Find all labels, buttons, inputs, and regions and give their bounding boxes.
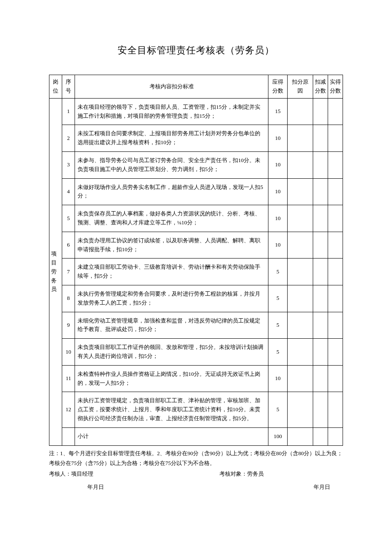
- subtotal-label: 小计: [75, 427, 268, 445]
- cell-deduct: [313, 392, 328, 427]
- date-left: 年月日: [49, 483, 123, 492]
- cell-deduct: [313, 125, 328, 152]
- cell-seq: 8: [62, 285, 75, 312]
- cell-deduct: [313, 232, 328, 259]
- date-right: 年月日: [123, 483, 343, 492]
- cell-score: 5: [268, 312, 288, 339]
- cell-seq: 10: [62, 339, 75, 366]
- cell-content: 未负责项目部职工工作证件的领回、发放和管理，扣5分。未按培训计划抽调有关人员进行…: [75, 339, 268, 366]
- cell-actual: [328, 98, 343, 125]
- cell-content: 未做好现场作业人员劳务实名制工作，超龄作业人员进入现场，发现一人扣5分；: [75, 178, 268, 205]
- table-row: 6 未负责办理用工协议的签订或续签，以及职务调整、人员调配、解聘、离职申请报批手…: [49, 232, 343, 259]
- cell-content: 未负责保存员工的人事档案，做好各类人力资源状况的统计、分析、考核、预测、调整、查…: [75, 205, 268, 232]
- table-row: 3 未参与、指导劳务公司与员工签订劳务合同、安全生产责任书，扣10分。未负责项目…: [49, 151, 343, 178]
- header-content: 考核内容扣分标准: [75, 75, 268, 99]
- cell-reason: [288, 178, 313, 205]
- table-header-row: 岗位 序号 考核内容扣分标准 应得分数 扣分原因 扣减分数 实得分数: [49, 75, 343, 99]
- cell-seq: 3: [62, 151, 75, 178]
- cell-reason: [288, 312, 313, 339]
- cell-seq: 2: [62, 125, 75, 152]
- cell-score: 10: [268, 151, 288, 178]
- cell-content: 未参与、指导劳务公司与员工签订劳务合同、安全生产责任书，扣10分。未负责项目施工…: [75, 151, 268, 178]
- header-reason: 扣分原因: [288, 75, 313, 99]
- cell-score: 10: [268, 232, 288, 259]
- cell-deduct: [313, 151, 328, 178]
- header-seq: 序号: [62, 75, 75, 99]
- cell-reason: [288, 392, 313, 427]
- cell-actual: [328, 392, 343, 427]
- cell-score: 10: [268, 205, 288, 232]
- cell-actual: [328, 285, 343, 312]
- cell-actual: [328, 125, 343, 152]
- cell-deduct: [313, 312, 328, 339]
- header-score: 应得分数: [268, 75, 288, 99]
- cell-seq: 1: [62, 98, 75, 125]
- cell-seq: 7: [62, 259, 75, 285]
- cell-actual: [328, 178, 343, 205]
- cell-deduct: [313, 365, 328, 392]
- cell-deduct: [313, 178, 328, 205]
- cell-seq: 5: [62, 205, 75, 232]
- assessor-label: 考核人：项目经理: [49, 470, 219, 479]
- cell-reason: [288, 339, 313, 366]
- page-title: 安全目标管理责任考核表（劳务员）: [49, 43, 343, 58]
- subtotal-score: 100: [268, 427, 288, 445]
- post-cell: 项目劳务员: [49, 98, 62, 445]
- cell-score: 5: [268, 392, 288, 427]
- cell-content: 未检查特种作业人员操作资格证上岗情况，扣10分。无证或持无效证书上岗的，发现一人…: [75, 365, 268, 392]
- cell-reason: [288, 151, 313, 178]
- cell-seq: 9: [62, 312, 75, 339]
- cell-score: 5: [268, 285, 288, 312]
- table-row: 12 未执行工资管理规定，负责项目部职工工资、津补贴的管理，审核加班、加点工资，…: [49, 392, 343, 427]
- cell-deduct: [313, 339, 328, 366]
- header-actual: 实得分数: [328, 75, 343, 99]
- cell-score: 10: [268, 178, 288, 205]
- cell-content: 未建立项目部职工劳动卡、三级教育培训卡、劳动计酬卡和有关劳动保险手续等，扣5分；: [75, 259, 268, 285]
- cell-reason: [288, 125, 313, 152]
- cell-score: 5: [268, 339, 288, 366]
- cell-deduct: [313, 427, 328, 445]
- cell-score: 5: [268, 259, 288, 285]
- table-row: 7 未建立项目部职工劳动卡、三级教育培训卡、劳动计酬卡和有关劳动保险手续等，扣5…: [49, 259, 343, 285]
- table-row: 11 未检查特种作业人员操作资格证上岗情况，扣10分。无证或持无效证书上岗的，发…: [49, 365, 343, 392]
- cell-content: 未在项目经理的领导下，负责项目部人员、工资管理，扣15分，未制定并实施工作计划和…: [75, 98, 268, 125]
- cell-reason: [288, 365, 313, 392]
- cell-score: 10: [268, 365, 288, 392]
- target-label: 考核对象：劳务员: [219, 470, 343, 479]
- cell-seq: 4: [62, 178, 75, 205]
- cell-score: 10: [268, 125, 288, 152]
- notes-text: 注：1、每个月进行安全目标管理责任考核。2、考核分在90分（含90分）以上为优；…: [49, 448, 343, 468]
- cell-deduct: [313, 98, 328, 125]
- cell-actual: [328, 339, 343, 366]
- table-row: 4 未做好现场作业人员劳务实名制工作，超龄作业人员进入现场，发现一人扣5分； 1…: [49, 178, 343, 205]
- cell-reason: [288, 259, 313, 285]
- cell-score: 15: [268, 98, 288, 125]
- signature-row: 考核人：项目经理 考核对象：劳务员: [49, 470, 343, 479]
- cell-seq: [62, 427, 75, 445]
- cell-content: 未执行劳务管理规定和劳务合同要求，及时进行劳务工程款的核算，并按月发放劳务工人的…: [75, 285, 268, 312]
- table-row: 5 未负责保存员工的人事档案，做好各类人力资源状况的统计、分析、考核、预测、调整…: [49, 205, 343, 232]
- header-post: 岗位: [49, 75, 62, 99]
- cell-reason: [288, 205, 313, 232]
- table-row: 10 未负责项目部职工工作证件的领回、发放和管理，扣5分。未按培训计划抽调有关人…: [49, 339, 343, 366]
- cell-actual: [328, 427, 343, 445]
- cell-seq: 6: [62, 232, 75, 259]
- cell-seq: 12: [62, 392, 75, 427]
- cell-reason: [288, 98, 313, 125]
- cell-content: 未按工程项目合同要求制定、上报项目部劳务用工计划并对劳务分包单位的选用提出建议并…: [75, 125, 268, 152]
- cell-content: 未负责办理用工协议的签订或续签，以及职务调整、人员调配、解聘、离职申请报批手续，…: [75, 232, 268, 259]
- assessment-table: 岗位 序号 考核内容扣分标准 应得分数 扣分原因 扣减分数 实得分数 项目劳务员…: [49, 75, 343, 445]
- cell-actual: [328, 232, 343, 259]
- cell-actual: [328, 312, 343, 339]
- table-row: 8 未执行劳务管理规定和劳务合同要求，及时进行劳务工程款的核算，并按月发放劳务工…: [49, 285, 343, 312]
- cell-deduct: [313, 259, 328, 285]
- cell-reason: [288, 232, 313, 259]
- cell-seq: 11: [62, 365, 75, 392]
- date-row: 年月日 年月日: [49, 483, 343, 492]
- header-deduct: 扣减分数: [313, 75, 328, 99]
- cell-actual: [328, 365, 343, 392]
- cell-reason: [288, 427, 313, 445]
- cell-reason: [288, 285, 313, 312]
- table-row: 项目劳务员 1 未在项目经理的领导下，负责项目部人员、工资管理，扣15分，未制定…: [49, 98, 343, 125]
- table-row: 9 未细化劳动工资管理规章，加强检查和监督，对违反劳动纪律的员工按规定给予教育、…: [49, 312, 343, 339]
